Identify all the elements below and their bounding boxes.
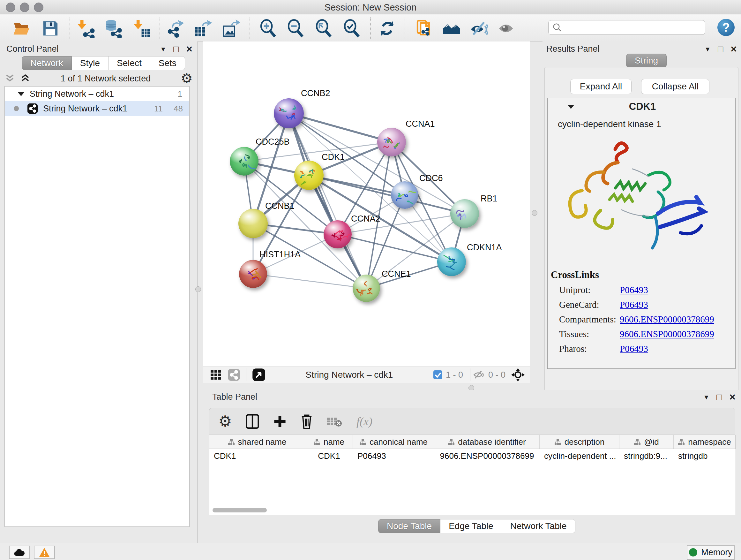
maximize-table-panel-icon[interactable]: □ — [717, 392, 722, 402]
expand-all-rows-icon[interactable] — [4, 74, 15, 83]
network-view-icon[interactable] — [227, 368, 240, 381]
column-header-canonical-name[interactable]: canonical name — [353, 435, 434, 449]
cloud-icon — [14, 548, 25, 557]
node-CDKN1A[interactable] — [437, 247, 466, 276]
node-CCNB2[interactable] — [274, 98, 304, 128]
refresh-view-icon[interactable] — [377, 18, 397, 39]
crosslink-label: Tissues: — [548, 329, 620, 339]
crosslink-link[interactable]: 9606.ENSP00000378699 — [620, 329, 714, 339]
search-box[interactable] — [548, 20, 705, 35]
zoom-out-icon[interactable] — [285, 18, 306, 39]
network-canvas[interactable]: CCNB2CCNA1CDC25BCDK1CDC6RB1CCNB1CCNA2CDK… — [203, 42, 530, 367]
hide-selected-icon[interactable] — [468, 18, 489, 39]
detach-view-icon[interactable] — [252, 368, 266, 381]
crosslink-link[interactable]: P06493 — [620, 285, 648, 295]
cloud-button[interactable] — [9, 546, 30, 559]
duplicate-network-icon[interactable] — [414, 18, 434, 39]
collection-row[interactable]: String Network – cdk1 1 — [5, 86, 189, 101]
node-RB1[interactable] — [450, 199, 479, 228]
import-table-file-icon[interactable] — [132, 18, 152, 39]
zoom-selected-icon[interactable] — [341, 18, 362, 39]
node-CCNE1[interactable] — [353, 274, 380, 302]
expand-all-button[interactable]: Expand All — [570, 79, 631, 94]
warnings-button[interactable] — [34, 546, 55, 559]
network-row[interactable]: String Network – cdk1 11 48 — [5, 101, 189, 116]
string-results-box: Expand All Collapse All CDK1 cyclin-depe… — [544, 67, 738, 391]
first-neighbors-icon[interactable] — [441, 18, 462, 39]
export-image-icon[interactable] — [221, 18, 241, 39]
collection-expander-icon[interactable] — [17, 91, 25, 97]
crosslinks-heading: CrossLinks — [548, 269, 735, 283]
tab-style[interactable]: Style — [72, 56, 109, 70]
delete-column-icon[interactable] — [300, 414, 313, 429]
float-table-panel-icon[interactable]: ▼ — [703, 394, 710, 401]
node-CCNA2[interactable] — [324, 220, 352, 248]
selected-checkbox-icon[interactable] — [433, 370, 443, 380]
tab-string[interactable]: String — [626, 54, 667, 68]
fit-selected-crosshair-icon[interactable] — [511, 368, 525, 382]
zoom-fit-icon[interactable] — [313, 18, 334, 39]
network-options-gear-icon[interactable]: ⚙ — [181, 72, 193, 85]
table-cell: P06493 — [353, 451, 434, 461]
collapse-all-rows-icon[interactable] — [20, 74, 30, 83]
tab-node-table[interactable]: Node Table — [378, 519, 441, 533]
tab-network-table[interactable]: Network Table — [502, 519, 576, 533]
node-HIST1H1A[interactable] — [239, 260, 267, 288]
grid-view-icon[interactable] — [210, 368, 222, 381]
float-panel-icon[interactable]: ▼ — [160, 46, 166, 53]
results-splitter-handle[interactable] — [532, 210, 537, 216]
column-header-namespace[interactable]: namespace — [674, 435, 736, 449]
node-CCNB1[interactable] — [239, 209, 268, 238]
node-CDC25B[interactable] — [230, 147, 259, 176]
node-structure-image — [437, 247, 466, 276]
column-header-@id[interactable]: @id — [619, 435, 674, 449]
node-structure-image — [230, 147, 259, 176]
column-header-database-identifier[interactable]: database identifier — [434, 435, 540, 449]
table-row[interactable]: CDK1CDK1P064939606.ENSP00000378699cyclin… — [209, 449, 736, 463]
tab-sets[interactable]: Sets — [150, 56, 185, 70]
search-input[interactable] — [562, 22, 691, 33]
show-all-icon[interactable] — [496, 18, 517, 39]
show-columns-icon[interactable] — [246, 414, 259, 429]
save-session-icon[interactable] — [40, 18, 61, 39]
crosslink-link[interactable]: 9606.ENSP00000378699 — [620, 314, 714, 325]
export-table-icon[interactable] — [192, 18, 213, 39]
results-panel-title: Results Panel — [546, 44, 600, 54]
tab-select[interactable]: Select — [109, 56, 150, 70]
add-column-icon[interactable] — [273, 415, 287, 428]
node-CCNA1[interactable] — [377, 128, 406, 157]
export-network-icon[interactable] — [165, 18, 186, 39]
zoom-in-icon[interactable] — [258, 18, 278, 39]
float-results-icon[interactable]: ▼ — [704, 46, 711, 53]
close-panel-icon[interactable]: ✕ — [186, 44, 193, 54]
horizontal-scrollbar[interactable] — [212, 508, 267, 512]
maximize-results-icon[interactable]: □ — [718, 44, 723, 54]
results-tab-strip: String — [626, 54, 667, 68]
crosslink-link[interactable]: P06493 — [620, 344, 648, 354]
help-icon[interactable]: ? — [718, 19, 735, 36]
edge-CCNA2-CDKN1A[interactable] — [338, 234, 452, 262]
import-network-file-icon[interactable] — [76, 18, 96, 39]
collapse-all-button[interactable]: Collapse All — [641, 79, 710, 94]
node-CDC6[interactable] — [391, 181, 418, 209]
tab-edge-table[interactable]: Edge Table — [441, 519, 502, 533]
open-session-icon[interactable] — [11, 18, 32, 39]
table-cell: CDK1 — [305, 451, 353, 461]
vertical-splitter-handle[interactable] — [195, 287, 201, 292]
network-edges — [203, 42, 530, 367]
column-header-description[interactable]: description — [540, 435, 619, 449]
close-results-icon[interactable]: ✕ — [730, 44, 737, 54]
maximize-panel-icon[interactable]: □ — [173, 44, 179, 54]
table-options-gear-icon[interactable]: ⚙ — [218, 414, 232, 429]
gene-expander-icon[interactable] — [567, 104, 575, 110]
tab-network[interactable]: Network — [22, 56, 72, 70]
edge-CCNB2-CCNE1[interactable] — [289, 113, 366, 288]
edge-HIST1H1A-CCNE1[interactable] — [253, 274, 366, 288]
close-table-panel-icon[interactable]: ✕ — [729, 392, 736, 402]
crosslink-link[interactable]: P06493 — [620, 300, 648, 310]
import-network-database-icon[interactable] — [103, 18, 123, 39]
column-header-name[interactable]: name — [305, 435, 353, 449]
node-CDK1[interactable] — [294, 161, 324, 190]
memory-button[interactable]: Memory — [687, 545, 735, 560]
column-header-shared-name[interactable]: shared name — [209, 435, 305, 449]
